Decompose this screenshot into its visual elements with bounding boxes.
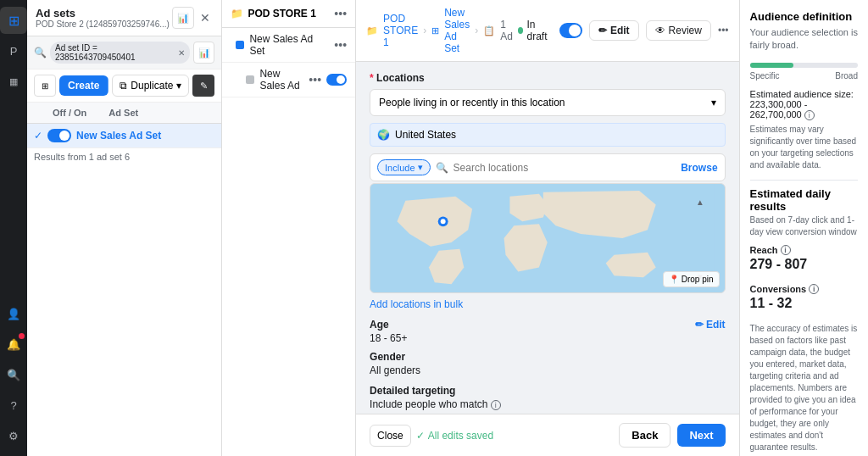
search-id-close[interactable]: ✕ [178, 48, 185, 58]
view-columns-button[interactable]: ⊞ [34, 75, 56, 97]
edit-button[interactable]: ✏ Edit [589, 20, 639, 41]
disclaimer-text: The accuracy of estimates is based on fa… [750, 323, 858, 453]
specific-label: Specific [750, 71, 780, 81]
edit-panel: 📁 POD STORE 1 › ⊞ New Sales Ad Set › 📋 1… [356, 0, 739, 456]
reach-info-icon[interactable]: i [781, 245, 791, 255]
tree-ad-item[interactable]: New Sales Ad ••• [222, 63, 355, 97]
duplicate-dropdown-icon[interactable]: ▾ [176, 80, 181, 92]
breadcrumb-campaign[interactable]: POD STORE 1 [383, 13, 418, 48]
conversions-value: 11 - 32 [750, 296, 858, 311]
ad-set-name[interactable]: New Sales Ad Set [76, 130, 214, 142]
search-id-tag[interactable]: Ad set ID = 23851643709450401 ✕ [50, 42, 190, 64]
adset-more-button[interactable]: ••• [334, 38, 347, 52]
check-icon: ✓ [34, 130, 42, 142]
review-button[interactable]: 👁 Review [646, 20, 711, 41]
panel-header: Ad sets POD Store 2 (124859703259746...)… [27, 0, 221, 36]
check-saved-icon: ✓ [416, 430, 425, 442]
targeting-section: Detailed targeting Include people who ma… [370, 385, 726, 414]
nav-home-icon[interactable]: ⊞ [0, 7, 27, 34]
tree-title: POD STORE 1 [248, 8, 315, 19]
header-actions: In draft ✏ Edit 👁 Review ••• [518, 19, 729, 42]
profile-toggle[interactable] [559, 23, 582, 38]
breadcrumb-icon: 📁 [366, 25, 378, 36]
edit-icon-button[interactable]: ✎ [192, 75, 214, 97]
tree-adset-item[interactable]: New Sales Ad Set ••• [222, 28, 355, 63]
locations-label: * Locations [370, 72, 726, 84]
panel-subtitle: POD Store 2 (124859703259746...) [36, 19, 170, 29]
tree-ad-label: New Sales Ad [259, 68, 303, 92]
ad-more-button[interactable]: ••• [309, 73, 321, 86]
footer-left: Close ✓ All edits saved [370, 425, 493, 447]
add-locations-link[interactable]: Add locations in bulk [370, 298, 726, 310]
nav-alert-icon[interactable]: 🔔 [0, 331, 27, 358]
svg-point-2 [441, 219, 446, 224]
search-icon: 🔍 [34, 47, 47, 58]
targeting-info-icon[interactable]: i [491, 400, 501, 410]
audience-definition-sub: Your audience selection is fairly broad. [750, 26, 858, 53]
conversions-info-icon[interactable]: i [809, 284, 819, 294]
tree-adset-label: New Sales Ad Set [249, 33, 329, 57]
dropdown-chevron-icon: ▾ [711, 97, 716, 108]
age-edit-button[interactable]: ✏ Edit [695, 319, 726, 331]
ad-set-row[interactable]: ✓ New Sales Ad Set [27, 124, 221, 148]
panel-title: Ad sets [36, 7, 170, 19]
col-on-off: Off / On [53, 108, 86, 118]
include-pill[interactable]: Include ▾ [377, 159, 430, 175]
drop-pin-button[interactable]: 📍 Drop pin [663, 271, 720, 287]
col-ad-set: Ad Set [108, 108, 138, 118]
results-text: Results from 1 ad set 6 [27, 148, 221, 165]
ad-toggle[interactable] [326, 74, 347, 86]
saved-status: ✓ All edits saved [416, 430, 493, 442]
close-panel-button[interactable]: ✕ [198, 10, 213, 25]
location-dropdown[interactable]: People living in or recently in this loc… [370, 89, 726, 116]
panel-title-group: Ad sets POD Store 2 (124859703259746...) [36, 7, 170, 29]
close-button[interactable]: Close [370, 425, 411, 447]
nav-search-icon[interactable]: 🔍 [0, 361, 27, 388]
location-flag-icon: 🌍 [377, 129, 390, 141]
breadcrumb-adset[interactable]: New Sales Ad Set [444, 7, 470, 54]
location-browse-button[interactable]: Browse [681, 162, 717, 174]
spec-bar-track [750, 63, 858, 68]
back-button[interactable]: Back [619, 423, 670, 448]
next-button[interactable]: Next [677, 424, 725, 447]
nav-flag-icon[interactable]: P [0, 37, 27, 64]
nav-settings-icon[interactable]: ⚙ [0, 422, 27, 449]
ad-sets-panel: Ad sets POD Store 2 (124859703259746...)… [27, 0, 222, 456]
folder-icon: 📁 [231, 8, 243, 19]
status-badge: In draft [518, 19, 553, 42]
age-group: Age 18 - 65+ [370, 319, 407, 344]
spec-bar-fill [750, 63, 793, 68]
ad-icon [246, 75, 254, 84]
daily-results-title: Estimated daily results [750, 187, 858, 213]
audience-definition-title: Audience definition [750, 10, 858, 23]
chart-view-button[interactable]: 📊 [172, 7, 194, 29]
create-button[interactable]: Create [59, 75, 108, 96]
breadcrumb-sep-2: › [475, 25, 478, 36]
spec-bar-container: Specific Broad [750, 59, 858, 81]
map-container: ▲ ▼ 📍 Drop pin [370, 183, 726, 293]
location-search-input[interactable] [453, 162, 676, 174]
audience-size-info-icon[interactable]: i [804, 110, 815, 120]
daily-results-sub: Based on 7-day click and 1-day view conv… [750, 214, 858, 238]
search-location-icon: 🔍 [436, 162, 448, 174]
nav-grid-icon[interactable]: ▦ [0, 68, 27, 95]
nav-help-icon[interactable]: ? [0, 392, 27, 419]
tree-more-button[interactable]: ••• [334, 7, 347, 20]
edit-header: 📁 POD STORE 1 › ⊞ New Sales Ad Set › 📋 1… [356, 0, 739, 62]
ad-nav-icon: 📋 [483, 25, 495, 36]
edit-pencil-age-icon: ✏ [695, 319, 704, 331]
audience-size-text: Estimated audience size: 223,300,000 - 2… [750, 89, 858, 120]
edit-pencil-icon: ✏ [598, 25, 607, 36]
campaign-tree-panel: 📁 POD STORE 1 ••• New Sales Ad Set ••• N… [222, 0, 356, 456]
header-more-button[interactable]: ••• [718, 25, 729, 36]
reach-value: 279 - 807 [750, 257, 858, 272]
targeting-sublabel: Include people who match i [370, 398, 726, 410]
column-headers: Off / On Ad Set [27, 103, 221, 124]
duplicate-button[interactable]: ⧉ Duplicate ▾ [112, 75, 189, 97]
nav-people-icon[interactable]: 👤 [0, 300, 27, 327]
footer-right: Back Next [619, 423, 725, 448]
search-bar: 🔍 Ad set ID = 23851643709450401 ✕ 📊 [27, 36, 221, 70]
ad-set-toggle[interactable] [47, 129, 71, 142]
chart-toggle-button[interactable]: 📊 [193, 42, 214, 64]
location-dropdown-value: People living in or recently in this loc… [379, 97, 565, 108]
